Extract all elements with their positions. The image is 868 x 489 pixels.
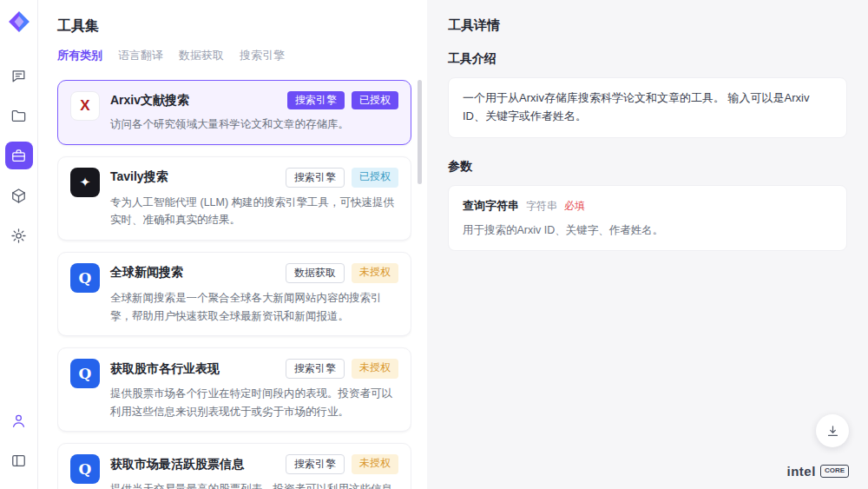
param-card: 查询字符串 字符串 必填 用于搜索的Arxiv ID、关键字、作者姓名。 — [448, 185, 847, 252]
download-icon — [825, 424, 840, 439]
cube-icon — [10, 188, 27, 204]
tool-card-tavily[interactable]: ✦ Tavily搜索 搜索引擎 已授权 专为人工智能代理 (LLM) 构建的搜索… — [57, 156, 411, 241]
settings-nav-button[interactable] — [5, 221, 33, 249]
param-required-flag: 必填 — [564, 198, 585, 215]
tool-description: 专为人工智能代理 (LLM) 构建的搜索引擎工具，可快速提供实时、准确和真实的结… — [110, 194, 398, 229]
tab-data-acquisition[interactable]: 数据获取 — [179, 48, 224, 69]
tool-name: 获取股市各行业表现 — [110, 361, 286, 377]
tool-card-active-stocks[interactable]: Q 获取市场最活跃股票信息 搜索引擎 未授权 提供当天交易量最高的股票列表，投资… — [57, 443, 411, 489]
tavily-icon: ✦ — [70, 168, 100, 197]
arxiv-icon: X — [70, 91, 100, 121]
intel-core-logo: intel CORE — [787, 464, 849, 479]
list-scrollbar[interactable] — [418, 80, 422, 479]
active-stocks-icon: Q — [70, 454, 100, 484]
icon-rail — [0, 0, 38, 489]
param-description: 用于搜索的Arxiv ID、关键字、作者姓名。 — [463, 221, 832, 239]
tools-panel-title: 工具集 — [38, 0, 427, 48]
tool-card-stock-sector[interactable]: Q 获取股市各行业表现 搜索引擎 未授权 提供股票市场各个行业在特定时间段内的表… — [57, 347, 411, 432]
chat-nav-button[interactable] — [5, 62, 33, 89]
intro-card: 一个用于从Arxiv存储库搜索科学论文和文章的工具。 输入可以是Arxiv ID… — [448, 77, 847, 138]
tool-card-arxiv[interactable]: X Arxiv文献搜索 搜索引擎 已授权 访问各个研究领域大量科学论文和文章的存… — [57, 80, 411, 145]
panel-toggle-icon — [10, 453, 27, 469]
models-nav-button[interactable] — [5, 182, 33, 209]
params-heading: 参数 — [448, 159, 847, 175]
tab-all-categories[interactable]: 所有类别 — [57, 48, 102, 69]
param-name: 查询字符串 — [463, 197, 519, 215]
intel-core-badge: CORE — [820, 465, 849, 478]
gear-icon — [10, 228, 27, 244]
tool-description: 提供股票市场各个行业在特定时间段内的表现。投资者可以利用这些信息来识别表现优于或… — [110, 385, 398, 420]
tool-description: 访问各个研究领域大量科学论文和文章的存储库。 — [110, 116, 398, 134]
app-logo-icon — [8, 10, 30, 33]
tool-name: 全球新闻搜索 — [110, 265, 286, 281]
category-badge: 搜索引擎 — [286, 168, 345, 188]
tool-name: Tavily搜索 — [110, 169, 286, 185]
category-tabs: 所有类别 语言翻译 数据获取 搜索引擎 — [38, 48, 427, 69]
auth-status-badge: 未授权 — [352, 263, 398, 283]
user-profile-button[interactable] — [5, 406, 33, 434]
auth-status-badge: 未授权 — [352, 454, 398, 474]
tool-detail-panel: 工具详情 工具介绍 一个用于从Arxiv存储库搜索科学论文和文章的工具。 输入可… — [427, 0, 868, 489]
tab-language-translation[interactable]: 语言翻译 — [118, 48, 163, 69]
files-nav-button[interactable] — [5, 102, 33, 129]
tool-name: Arxiv文献搜索 — [110, 93, 287, 109]
intro-heading: 工具介绍 — [448, 51, 847, 67]
auth-status-badge: 已授权 — [352, 91, 398, 109]
scrollbar-thumb[interactable] — [418, 80, 422, 184]
folder-icon — [10, 108, 27, 124]
category-badge: 搜索引擎 — [286, 454, 345, 474]
user-icon — [10, 413, 27, 429]
auth-status-badge: 未授权 — [352, 359, 398, 379]
tool-list: X Arxiv文献搜索 搜索引擎 已授权 访问各个研究领域大量科学论文和文章的存… — [57, 80, 411, 489]
tool-card-global-news[interactable]: Q 全球新闻搜索 数据获取 未授权 全球新闻搜索是一个聚合全球各大新闻网站内容的… — [57, 252, 411, 336]
detail-panel-title: 工具详情 — [448, 17, 847, 34]
tools-panel: 工具集 所有类别 语言翻译 数据获取 搜索引擎 X Arxiv文献搜索 搜索引擎… — [38, 0, 427, 489]
download-button[interactable] — [816, 414, 849, 447]
tool-name: 获取市场最活跃股票信息 — [110, 457, 286, 472]
intro-text: 一个用于从Arxiv存储库搜索科学论文和文章的工具。 输入可以是Arxiv ID… — [463, 91, 809, 122]
tools-nav-button[interactable] — [5, 142, 33, 169]
stock-sector-icon: Q — [70, 359, 100, 388]
chat-icon — [10, 68, 27, 84]
tab-search-engine[interactable]: 搜索引擎 — [240, 48, 285, 69]
category-badge: 搜索引擎 — [287, 91, 345, 109]
category-badge: 搜索引擎 — [286, 359, 345, 379]
tool-description: 提供当天交易量最高的股票列表，投资者可以利用这些信息来识别流动性强的股票和潜在的… — [110, 480, 398, 489]
category-badge: 数据获取 — [286, 263, 345, 283]
auth-status-badge: 已授权 — [352, 168, 398, 188]
global-news-icon: Q — [70, 263, 100, 293]
param-type: 字符串 — [526, 198, 557, 215]
briefcase-icon — [10, 148, 27, 164]
intel-wordmark: intel — [787, 464, 816, 479]
tool-description: 全球新闻搜索是一个聚合全球各大新闻网站内容的搜索引擎，帮助用户快速获取全球最新资… — [110, 289, 398, 325]
collapse-sidebar-button[interactable] — [5, 446, 33, 474]
